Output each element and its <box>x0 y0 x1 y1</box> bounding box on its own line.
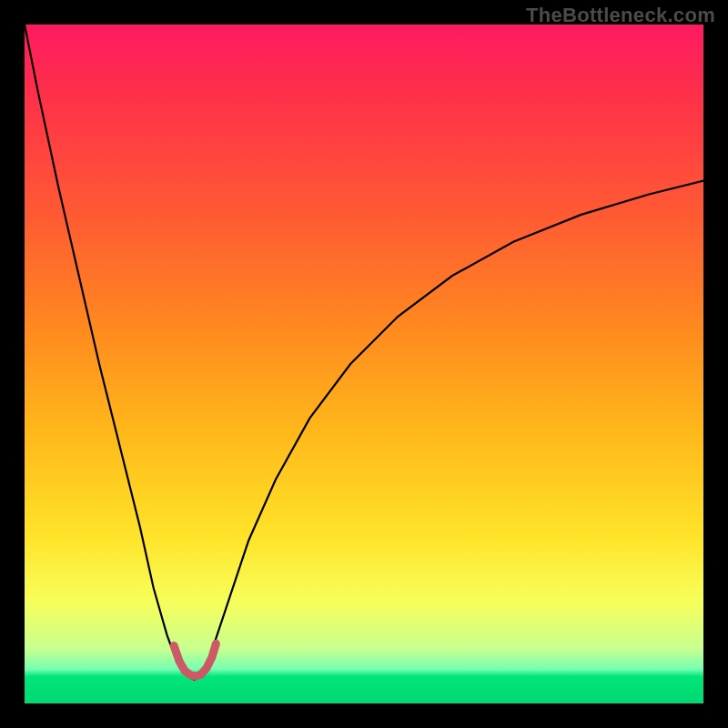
plot-area <box>25 25 703 703</box>
watermark-text: TheBottleneck.com <box>526 4 715 27</box>
chart-stage: TheBottleneck.com <box>0 0 728 728</box>
valley-highlight-path <box>174 643 216 676</box>
bottleneck-curve-path <box>25 25 703 680</box>
curve-layer <box>25 25 703 703</box>
